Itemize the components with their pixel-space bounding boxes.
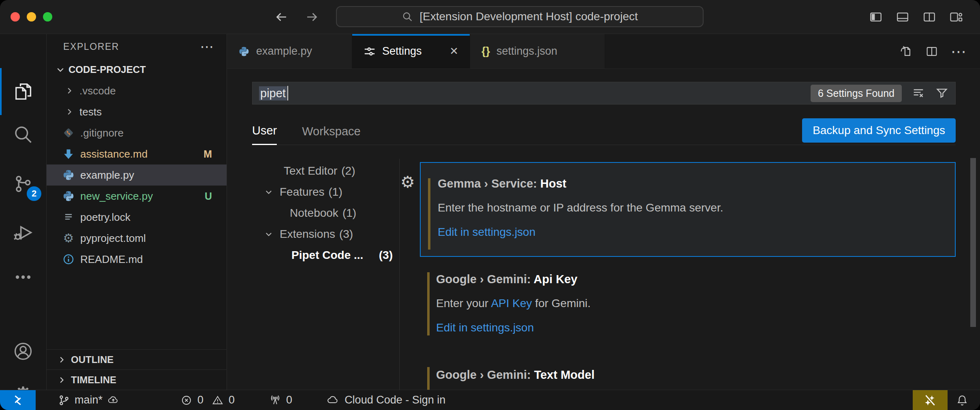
account-icon <box>13 341 34 362</box>
info-file-icon <box>62 254 75 265</box>
tree-item-poetry-lock[interactable]: poetry.lock <box>47 207 227 228</box>
run-debug-view-button[interactable] <box>0 212 46 253</box>
setting-gear-icon[interactable]: ⚙ <box>400 173 415 191</box>
tree-item-pyproject-toml[interactable]: ⚙ pyproject.toml <box>47 228 227 249</box>
toc-item-text-editor[interactable]: Text Editor (2) <box>252 160 399 182</box>
explorer-sidebar: EXPLORER ⋯ CODE-PROJECT .vscode tests .g… <box>47 34 227 390</box>
source-control-view-button[interactable]: 2 <box>0 164 46 204</box>
filter-funnel-icon[interactable] <box>935 86 949 100</box>
git-branch-icon <box>58 395 70 406</box>
customize-layout-icon[interactable] <box>949 10 963 24</box>
project-root-folder[interactable]: CODE-PROJECT <box>47 59 227 80</box>
tree-item-tests[interactable]: tests <box>47 101 227 122</box>
tree-item-new-service-py[interactable]: new_service.py U <box>47 186 227 207</box>
settings-editor: pipet 6 Settings Found User Worksp <box>227 69 980 390</box>
clear-search-filters-icon[interactable] <box>912 86 925 100</box>
status-bar-right <box>913 390 980 410</box>
more-actions-icon[interactable]: ⋯ <box>951 43 966 60</box>
toc-count: (3) <box>339 228 353 241</box>
vertical-scrollbar[interactable] <box>970 158 976 327</box>
tab-label: settings.json <box>496 45 557 58</box>
setting-gemma-service-host[interactable]: Gemma › Service: Host Enter the hostname… <box>420 162 956 257</box>
ai-assist-status-item[interactable] <box>913 390 948 410</box>
source-control-badge: 2 <box>27 186 41 201</box>
notifications-bell-icon[interactable] <box>956 394 969 407</box>
backup-sync-settings-button[interactable]: Backup and Sync Settings <box>802 118 956 143</box>
run-debug-icon <box>13 222 34 243</box>
toc-item-pipet-code[interactable]: Pipet Code ... (3) <box>252 245 399 266</box>
tree-item-example-py[interactable]: example.py <box>47 164 227 186</box>
toc-count: (1) <box>342 207 356 220</box>
api-key-link[interactable]: API Key <box>491 297 532 310</box>
tab-settings-json[interactable]: {} settings.json <box>470 34 605 68</box>
sidebar-bottom-sections: OUTLINE TIMELINE <box>47 349 227 390</box>
modified-indicator <box>427 367 430 390</box>
tree-item-readme-md[interactable]: README.md <box>47 249 227 270</box>
setting-category: Google › Gemini: <box>436 368 534 381</box>
outline-label: OUTLINE <box>71 354 113 365</box>
file-name: README.md <box>80 253 143 266</box>
setting-category: Gemma › Service: <box>438 177 540 190</box>
toggle-secondary-sidebar-icon[interactable] <box>922 10 936 24</box>
tab-settings[interactable]: Settings ✕ <box>352 34 470 68</box>
remote-indicator[interactable] <box>0 390 36 410</box>
outline-section[interactable]: OUTLINE <box>47 349 227 369</box>
explorer-view-button[interactable] <box>0 71 46 112</box>
file-name: pyproject.toml <box>80 232 146 245</box>
json-braces-icon: {} <box>481 45 490 58</box>
search-view-button[interactable] <box>0 114 46 155</box>
close-tab-icon[interactable]: ✕ <box>449 45 458 58</box>
problems-status-item[interactable]: 0 0 <box>180 394 235 406</box>
command-center[interactable]: [Extension Development Host] code-projec… <box>336 6 704 27</box>
edit-in-settings-json-link[interactable]: Edit in settings.json <box>436 321 956 335</box>
setting-title: Google › Gemini: Text Model <box>436 368 956 382</box>
split-editor-icon[interactable] <box>925 45 939 58</box>
file-name: example.py <box>80 169 134 182</box>
setting-google-gemini-api-key[interactable]: Google › Gemini: Api Key Enter your API … <box>420 267 956 338</box>
results-count-badge: 6 Settings Found <box>811 85 902 102</box>
activity-bar: 2 ⚙ 1 <box>0 34 47 390</box>
scope-tab-user[interactable]: User <box>252 124 277 145</box>
search-value: pipet <box>259 86 288 100</box>
toc-count: (2) <box>341 164 355 177</box>
description-text: for Gemini. <box>532 297 591 310</box>
zoom-window-button[interactable] <box>43 12 52 21</box>
toc-item-features[interactable]: Features (1) <box>252 182 399 203</box>
explorer-more-actions-icon[interactable]: ⋯ <box>200 38 214 55</box>
open-settings-json-icon[interactable] <box>899 45 913 58</box>
tree-item-vscode[interactable]: .vscode <box>47 80 227 101</box>
branch-status-item[interactable]: main* <box>58 394 120 406</box>
history-nav <box>274 0 319 34</box>
accounts-button[interactable] <box>0 331 46 372</box>
settings-toc: Text Editor (2) Features (1) Notebook (1… <box>252 159 399 390</box>
file-name: new_service.py <box>80 190 153 203</box>
setting-label: Host <box>540 177 566 190</box>
setting-row-gutter: ⚙ <box>400 159 420 390</box>
cloud-icon <box>327 394 340 407</box>
cloud-code-status-item[interactable]: Cloud Code - Sign in <box>327 394 445 407</box>
tab-example-py[interactable]: example.py <box>227 34 352 68</box>
back-arrow-icon[interactable] <box>274 10 289 24</box>
minimize-window-button[interactable] <box>27 12 36 21</box>
toc-label: Notebook <box>290 207 338 220</box>
toc-item-extensions[interactable]: Extensions (3) <box>252 224 399 245</box>
edit-in-settings-json-link[interactable]: Edit in settings.json <box>438 225 955 239</box>
setting-google-gemini-text-model[interactable]: Google › Gemini: Text Model <box>420 363 956 382</box>
explorer-title: EXPLORER <box>63 41 119 52</box>
close-window-button[interactable] <box>11 12 20 21</box>
ports-status-item[interactable]: 0 <box>269 394 292 406</box>
setting-category: Google › Gemini: <box>436 273 534 286</box>
toggle-panel-icon[interactable] <box>896 10 909 24</box>
forward-arrow-icon[interactable] <box>305 10 319 24</box>
additional-views-button[interactable] <box>0 257 46 297</box>
timeline-section[interactable]: TIMELINE <box>47 369 227 390</box>
toggle-sidebar-icon[interactable] <box>869 10 883 24</box>
settings-search-input[interactable]: pipet 6 Settings Found <box>252 82 956 105</box>
toc-item-notebook[interactable]: Notebook (1) <box>252 203 399 224</box>
scope-tab-workspace[interactable]: Workspace <box>302 125 361 145</box>
tree-item-assistance-md[interactable]: assistance.md M <box>47 143 227 164</box>
tree-item-gitignore[interactable]: .gitignore <box>47 122 227 143</box>
tab-bar: example.py Settings ✕ {} settings.json <box>227 34 980 69</box>
search-controls: 6 Settings Found <box>811 85 949 102</box>
markdown-file-icon <box>62 148 75 160</box>
